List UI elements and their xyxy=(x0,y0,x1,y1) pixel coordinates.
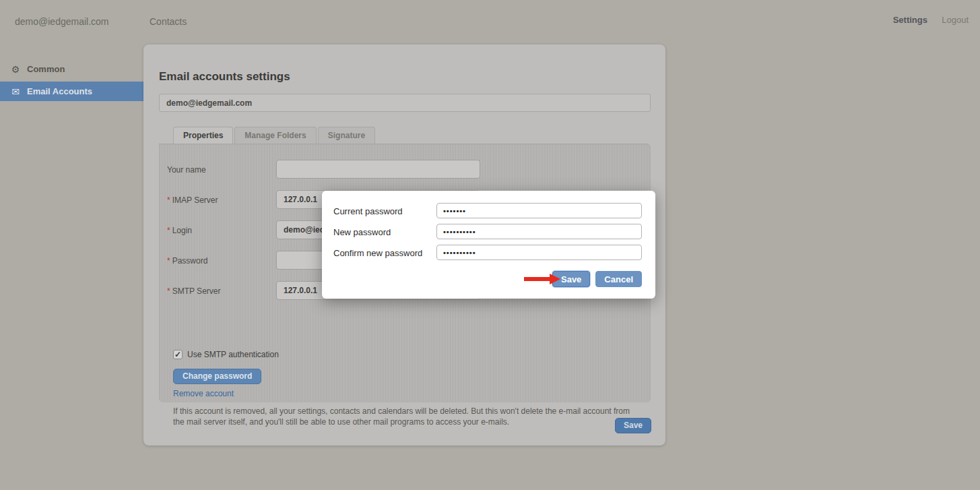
nav-contacts[interactable]: Contacts xyxy=(150,16,187,27)
field-label: Current password xyxy=(333,206,403,216)
smtp-auth-label: Use SMTP authentication xyxy=(187,350,279,359)
change-password-button[interactable]: Change password xyxy=(173,369,261,384)
modal-row-new-password: New password xyxy=(322,224,655,239)
field-label: *Password xyxy=(167,256,207,266)
field-label: *SMTP Server xyxy=(167,286,220,296)
gear-icon: ⚙ xyxy=(9,64,22,75)
modal-cancel-button[interactable]: Cancel xyxy=(595,271,642,287)
tab-manage-folders[interactable]: Manage Folders xyxy=(234,127,316,144)
confirm-password-input[interactable] xyxy=(436,245,642,260)
change-password-modal: Current password New password Confirm ne… xyxy=(322,191,655,299)
sidebar-item-common[interactable]: ⚙ Common xyxy=(0,59,143,79)
current-password-input[interactable] xyxy=(436,203,642,218)
tab-strip: Properties Manage Folders Signature xyxy=(173,127,377,144)
field-label: Confirm new password xyxy=(333,248,422,258)
topbar-account-email: demo@iedgemail.com xyxy=(15,16,109,27)
save-button[interactable]: Save xyxy=(615,418,651,433)
arrow-shaft xyxy=(524,277,551,281)
envelope-icon: ✉ xyxy=(9,86,22,97)
account-header-label: demo@iedgemail.com xyxy=(166,98,252,108)
remove-account-warning-text: If this account is removed, all your set… xyxy=(173,406,641,428)
settings-sidebar: ⚙ Common ✉ Email Accounts xyxy=(0,59,143,101)
nav-logout[interactable]: Logout xyxy=(942,15,969,25)
your-name-input[interactable] xyxy=(276,160,480,179)
modal-row-current-password: Current password xyxy=(322,203,655,218)
checkbox-checked-icon[interactable]: ✓ xyxy=(173,350,183,359)
sidebar-item-email-accounts[interactable]: ✉ Email Accounts xyxy=(0,82,143,101)
sidebar-item-label: Email Accounts xyxy=(27,86,92,96)
new-password-input[interactable] xyxy=(436,224,642,239)
sidebar-item-label: Common xyxy=(27,64,65,74)
required-marker: * xyxy=(167,195,170,205)
modal-button-row: Save Cancel xyxy=(552,271,642,287)
form-row-your-name: Your name xyxy=(159,160,651,179)
smtp-auth-checkbox-row[interactable]: ✓ Use SMTP authentication xyxy=(173,350,279,359)
tab-signature[interactable]: Signature xyxy=(318,127,375,144)
required-marker: * xyxy=(167,286,170,296)
field-label: *Login xyxy=(167,226,192,235)
required-marker: * xyxy=(167,256,170,266)
required-marker: * xyxy=(167,226,170,235)
page-title: Email accounts settings xyxy=(159,70,290,84)
remove-account-link[interactable]: Remove account xyxy=(173,389,234,398)
field-label: Your name xyxy=(167,165,206,175)
field-label: *IMAP Server xyxy=(167,195,218,205)
nav-settings[interactable]: Settings xyxy=(893,15,927,25)
account-header-bar[interactable]: demo@iedgemail.com xyxy=(159,94,651,112)
arrow-head xyxy=(550,274,560,284)
tab-properties[interactable]: Properties xyxy=(173,127,233,144)
top-bar: demo@iedgemail.com Contacts Settings Log… xyxy=(0,0,980,38)
modal-row-confirm-password: Confirm new password xyxy=(322,245,655,260)
annotation-arrow-icon xyxy=(524,274,560,284)
field-label: New password xyxy=(333,227,391,237)
